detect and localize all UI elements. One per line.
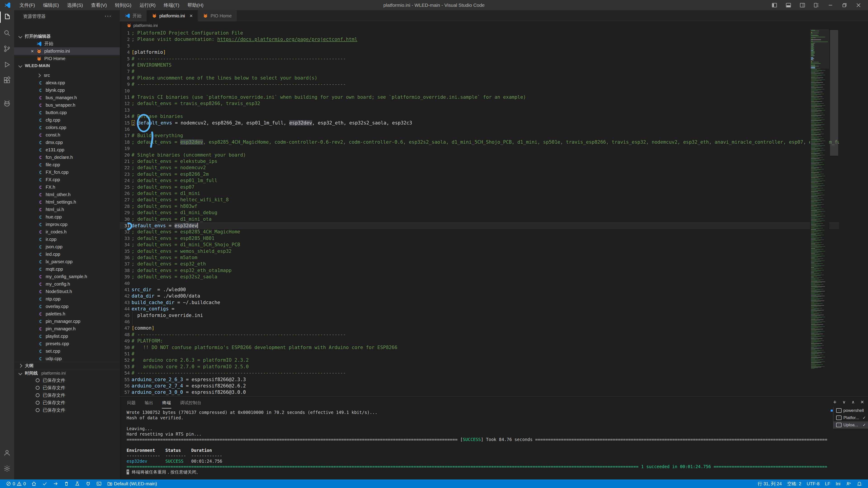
code-line[interactable]: 31default_envs = esp32dev <box>120 222 839 229</box>
new-terminal-icon[interactable]: + <box>833 398 837 405</box>
editor-scrollbar[interactable] <box>829 29 839 396</box>
code-line[interactable]: 44extra_configs = <box>120 306 839 312</box>
code-line[interactable]: 28; default_envs = h803wf <box>120 203 839 209</box>
code-line[interactable]: 11# Travis CI binaries (use `platformio_… <box>120 94 839 100</box>
menu-item[interactable]: 终端(T) <box>160 1 183 9</box>
tree-item[interactable]: Ccolors.cpp <box>14 124 120 131</box>
panel-tab-输出[interactable]: 输出 <box>144 398 154 409</box>
tree-item[interactable]: Chue.cpp <box>14 213 120 221</box>
tree-item[interactable]: Cbus_wrapper.h <box>14 101 120 109</box>
tree-item[interactable]: Cpin_manager.h <box>14 325 120 332</box>
code-line[interactable]: 14# Release binaries <box>120 113 839 120</box>
code-line[interactable]: 42data_dir = ./wled00/data <box>120 293 839 299</box>
status-item[interactable]: LF <box>822 480 833 488</box>
code-line[interactable]: 53# arduino core 2.7.0 = platformIO 2.5.… <box>120 363 839 370</box>
panel-tab-终端[interactable]: 终端 <box>162 398 171 409</box>
menu-item[interactable]: 选择(S) <box>64 1 87 9</box>
maximize-panel-icon[interactable]: ∧ <box>851 399 855 404</box>
tree-item[interactable]: Chtml_settings.h <box>14 198 120 206</box>
problems-status[interactable]: 0 0 <box>3 480 29 488</box>
sidebar-more-actions-icon[interactable]: ··· <box>104 12 112 20</box>
tree-item[interactable]: CFX.cpp <box>14 176 120 184</box>
status-item[interactable]: UTF-8 <box>804 480 822 488</box>
code-line[interactable]: 36; default_envs = m5atom <box>120 254 839 261</box>
code-line[interactable]: 45 platformio_override.ini <box>120 312 839 319</box>
code-line[interactable]: 19 <box>120 145 839 152</box>
menu-item[interactable]: 编辑(E) <box>39 1 63 9</box>
code-line[interactable]: 7# <box>120 68 839 74</box>
code-line[interactable]: 54# ------------------------------------… <box>120 370 839 376</box>
code-line[interactable]: 46 <box>120 319 839 325</box>
close-panel-icon[interactable]: × <box>861 398 864 405</box>
code-line[interactable]: 52# arduino core 2.6.3 = platformIO 2.3.… <box>120 357 839 363</box>
minimize-icon[interactable] <box>827 2 834 8</box>
tab-开始[interactable]: 开始 <box>120 10 147 22</box>
platformio-icon[interactable] <box>0 96 14 110</box>
tree-item[interactable]: Ccfg.cpp <box>14 116 120 124</box>
pio-build-button[interactable] <box>39 480 50 488</box>
close-editor-icon[interactable]: × <box>29 48 36 54</box>
code-line[interactable]: 57arduino_core_3_0_0 = espressif8266@3.0… <box>120 389 839 395</box>
search-icon[interactable] <box>0 26 14 40</box>
code-editor[interactable]: 1; PlatformIO Project Configuration File… <box>120 29 839 396</box>
code-line[interactable]: 2; Please visit documentation: https://d… <box>120 36 839 42</box>
code-line[interactable]: 18; default_envs = esp32dev, esp8285_4CH… <box>120 139 839 145</box>
layout-sidebar-icon[interactable] <box>771 2 778 8</box>
status-item[interactable]: 空格: 2 <box>784 480 804 488</box>
pio-terminal-button[interactable] <box>94 480 104 488</box>
tree-item[interactable]: Cjson.cpp <box>14 243 120 251</box>
tree-item[interactable]: Cmy_config.h <box>14 281 120 288</box>
code-line[interactable]: 47[common] <box>120 325 839 331</box>
timeline-header[interactable]: 时间线platformio.ini <box>14 369 120 377</box>
code-line[interactable]: 32; default_envs = esp8285_4CH_MagicHome <box>120 229 839 235</box>
code-line[interactable]: 51# <box>120 351 839 357</box>
tree-item[interactable]: Cplaylist.cpp <box>14 332 120 340</box>
code-line[interactable]: 6# ENVIRONMENTS <box>120 62 839 68</box>
code-line[interactable]: 49# PLATFORM: <box>120 338 839 344</box>
tree-item[interactable]: Chtml_ui.h <box>14 206 120 213</box>
timeline-item[interactable]: 已保存文件 <box>14 406 120 414</box>
tree-item[interactable]: Cbus_manager.h <box>14 94 120 101</box>
tree-item[interactable]: CNodeStruct.h <box>14 288 120 295</box>
settings-gear-icon[interactable] <box>0 462 14 476</box>
status-item[interactable]: 行 31, 列 24 <box>755 480 784 488</box>
menu-item[interactable]: 帮助(H) <box>184 1 207 9</box>
menu-item[interactable]: 运行(R) <box>136 1 159 9</box>
code-line[interactable]: 22; default_envs = nodemcuv2 <box>120 164 839 171</box>
timeline-item[interactable]: 已保存文件 <box>14 384 120 392</box>
code-line[interactable]: 39; default_envs = esp32s2_saola <box>120 273 839 280</box>
code-line[interactable]: 41src_dir = ./wled00 <box>120 287 839 293</box>
feedback-icon[interactable] <box>843 480 854 488</box>
code-line[interactable]: 13 <box>120 107 839 113</box>
tree-item[interactable]: Cudp.cpp <box>14 355 120 362</box>
code-line[interactable]: 8# Please uncomment one of the lines bel… <box>120 75 839 81</box>
code-line[interactable]: 33; default_envs = esp8285_H801 <box>120 235 839 241</box>
tree-item[interactable]: Cir.cpp <box>14 236 120 243</box>
tree-item[interactable]: CFX.h <box>14 184 120 191</box>
code-line[interactable]: 27; default_envs = heltec_wifi_kit_8 <box>120 197 839 203</box>
restore-icon[interactable] <box>841 2 848 8</box>
tree-item[interactable]: Chtml_other.h <box>14 191 120 198</box>
tree-item[interactable]: Cmqtt.cpp <box>14 265 120 273</box>
code-line[interactable]: 37; default_envs = esp32_eth <box>120 261 839 267</box>
tree-item[interactable]: Coverlay.cpp <box>14 303 120 310</box>
tree-item[interactable]: Cfile.cpp <box>14 161 120 168</box>
timeline-item[interactable]: 已保存文件 <box>14 392 120 399</box>
tree-item[interactable]: src <box>14 72 120 79</box>
close-tab-icon[interactable]: × <box>189 13 193 19</box>
tree-item[interactable]: Clx_parser.cpp <box>14 258 120 265</box>
run-debug-icon[interactable] <box>0 58 14 72</box>
open-editor-item[interactable]: ×platformio.ini <box>14 47 120 55</box>
code-line[interactable]: 1; PlatformIO Project Configuration File <box>120 30 839 36</box>
tree-item[interactable]: Cpin_manager.cpp <box>14 318 120 325</box>
code-line[interactable]: 25; default_envs = esp07 <box>120 184 839 190</box>
customize-layout-icon[interactable] <box>813 2 819 8</box>
tree-item[interactable]: Cntp.cpp <box>14 295 120 303</box>
source-control-icon[interactable] <box>0 42 14 56</box>
breadcrumb[interactable]: platformio.ini <box>120 22 868 30</box>
code-line[interactable]: 20# Single binaries (uncomment your boar… <box>120 152 839 158</box>
code-line[interactable]: 48# ------------------------------------… <box>120 331 839 338</box>
code-line[interactable]: 34; default_envs = d1_mini_5CH_Shojo_PCB <box>120 241 839 248</box>
open-editor-item[interactable]: PIO Home <box>14 55 120 62</box>
tree-item[interactable]: Cdmx.cpp <box>14 139 120 146</box>
